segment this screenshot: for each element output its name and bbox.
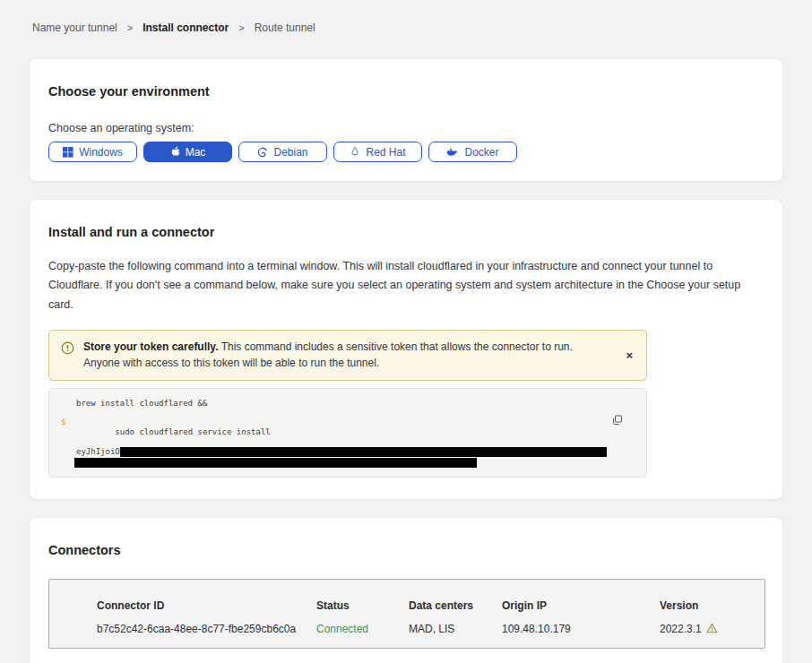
code-line-brew: brew install cloudflared && (61, 399, 635, 409)
install-connector-card: Install and run a connector Copy-paste t… (29, 199, 783, 500)
close-icon[interactable]: × (623, 348, 635, 363)
breadcrumb-step-install-connector[interactable]: Install connector (143, 22, 229, 34)
os-button-label: Windows (79, 146, 123, 159)
os-select-label: Choose an operating system: (48, 122, 764, 134)
breadcrumb: Name your tunnel > Install connector > R… (32, 22, 783, 34)
os-button-group: Windows Mac Debian Red Hat (48, 142, 764, 162)
column-header-status: Status (316, 599, 409, 612)
environment-card-title: Choose your environment (48, 84, 764, 99)
copy-icon[interactable] (612, 415, 623, 428)
connectors-table: Connector ID Status Data centers Origin … (48, 579, 765, 649)
installer-card-title: Install and run a connector (48, 225, 764, 239)
token-line: eyJhIjoiO (61, 447, 635, 457)
connector-id-value: b7c52c42-6caa-48ee-8c77-fbe259cb6c0a (97, 617, 316, 636)
redaction-bar (120, 447, 607, 457)
breadcrumb-step-route-tunnel[interactable]: Route tunnel (255, 22, 315, 34)
warning-triangle-icon[interactable] (706, 623, 718, 636)
token-warning-banner: Store your token carefully. This command… (48, 330, 647, 381)
redhat-icon (350, 146, 360, 158)
connectors-card-title: Connectors (48, 543, 764, 557)
os-button-debian[interactable]: Debian (238, 142, 327, 162)
connectors-card: Connectors Connector ID Status Data cent… (29, 517, 783, 663)
os-button-windows[interactable]: Windows (48, 142, 137, 162)
warning-title: Store your token carefully. (83, 340, 219, 353)
alert-circle-icon (61, 341, 74, 360)
docker-icon (446, 147, 459, 158)
status-badge: Connected (316, 617, 409, 636)
debian-icon (257, 147, 268, 158)
version-value: 2022.3.1 (660, 617, 764, 636)
os-button-label: Debian (273, 146, 307, 159)
code-line-sudo: $sudo cloudflared service install (61, 418, 635, 447)
os-button-label: Red Hat (366, 146, 405, 159)
column-header-version: Version (660, 599, 764, 612)
data-centers-value: MAD, LIS (409, 617, 502, 636)
os-button-redhat[interactable]: Red Hat (333, 142, 422, 162)
origin-ip-value: 109.48.10.179 (502, 617, 660, 636)
shell-prompt: $ (61, 418, 65, 427)
os-button-mac[interactable]: Mac (143, 142, 232, 162)
windows-icon (63, 147, 73, 158)
column-header-origin-ip: Origin IP (502, 599, 660, 612)
column-header-data-centers: Data centers (409, 599, 502, 612)
breadcrumb-separator: > (127, 22, 133, 33)
choose-environment-card: Choose your environment Choose an operat… (29, 58, 783, 182)
warning-message: Store your token carefully. This command… (83, 339, 608, 372)
os-button-label: Mac (186, 146, 206, 159)
os-button-label: Docker (464, 146, 498, 159)
tunnel-setup-page: Name your tunnel > Install connector > R… (0, 0, 812, 663)
token-prefix: eyJhIjoiO (76, 447, 120, 457)
installer-description: Copy-paste the following command into a … (48, 257, 764, 314)
breadcrumb-separator: > (238, 22, 244, 33)
breadcrumb-step-name-your-tunnel[interactable]: Name your tunnel (32, 22, 117, 34)
column-header-connector-id: Connector ID (97, 599, 316, 612)
install-command-code-block: brew install cloudflared && $sudo cloudf… (48, 388, 647, 478)
redaction-bar (74, 458, 477, 468)
apple-icon (170, 146, 180, 158)
os-button-docker[interactable]: Docker (428, 142, 517, 162)
